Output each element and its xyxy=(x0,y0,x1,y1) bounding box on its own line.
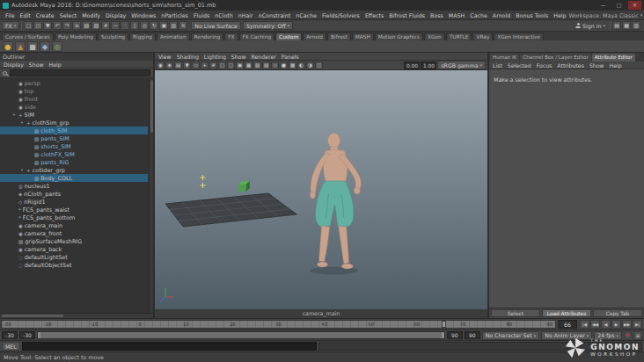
collider_grp[interactable]: ▾ + collider_grp xyxy=(0,166,148,174)
textured-icon[interactable]: ▩ xyxy=(289,62,296,69)
playback-start-field[interactable]: -30 xyxy=(19,331,35,339)
attribute-editor-menu-item[interactable]: Attributes xyxy=(557,62,584,69)
menu-item[interactable]: Boss xyxy=(428,12,446,18)
shelf-tab[interactable]: Poly Modeling xyxy=(55,33,97,40)
side[interactable]: ◉ side xyxy=(0,103,148,111)
film-gate-icon[interactable]: ▢ xyxy=(218,62,226,69)
green-cube[interactable] xyxy=(238,181,250,192)
shadows-icon[interactable]: ◑ xyxy=(306,62,314,69)
menu-item[interactable]: nCache xyxy=(293,12,319,18)
shelf-tab[interactable]: Custom xyxy=(275,33,302,40)
outliner-menu-item[interactable]: Show xyxy=(29,62,44,68)
menu-item[interactable]: Modify xyxy=(79,12,103,18)
menu-item[interactable]: File xyxy=(3,12,18,18)
outliner-menu-item[interactable]: Help xyxy=(49,62,62,68)
step-forward-key-button[interactable]: ▶▶ xyxy=(622,320,632,329)
gamma-field[interactable]: 1.00 xyxy=(421,62,436,69)
clothFX_SIM[interactable]: ▧ clothFX_SIM xyxy=(0,150,148,158)
menu-item[interactable]: Windows xyxy=(128,12,158,18)
menu-item[interactable]: nConstraint xyxy=(256,12,294,18)
attribute-editor-menu-item[interactable]: Selected xyxy=(508,62,531,69)
mel-command-input[interactable] xyxy=(22,342,317,351)
expand-arrow-icon[interactable]: ▾ xyxy=(11,112,17,117)
shelf-tab[interactable]: FX xyxy=(224,33,238,40)
open-scene-icon[interactable]: ◳ xyxy=(33,21,42,30)
lock-camera-icon[interactable]: ◈ xyxy=(165,62,173,69)
play-forward-button[interactable]: ▶ xyxy=(611,320,621,329)
shelf-tab[interactable]: Motion Graphics xyxy=(375,33,423,40)
view-transform-selector[interactable]: sRGB gamma ▾ xyxy=(437,61,486,69)
minimize-button[interactable]: — xyxy=(596,1,610,10)
current-frame-marker[interactable] xyxy=(442,321,446,328)
persp[interactable]: ◉ persp xyxy=(0,79,148,87)
shelf-tab[interactable]: Rendering xyxy=(191,33,224,40)
grid-icon[interactable]: # xyxy=(209,62,217,69)
shelf-tab[interactable]: VRay xyxy=(472,33,493,40)
close-button[interactable]: ✕ xyxy=(628,1,641,10)
menu-item[interactable]: nParticles xyxy=(158,12,191,18)
pants_RIG[interactable]: ▧ pants_RIG xyxy=(0,158,148,166)
outliner-menu-item[interactable]: Display xyxy=(4,62,24,68)
make-live-icon[interactable]: ◎ xyxy=(140,21,149,30)
render-frame-icon[interactable]: ▣ xyxy=(159,21,168,30)
resolution-gate-icon[interactable]: ◻ xyxy=(227,62,235,69)
pants_SIM[interactable]: ▧ pants_SIM xyxy=(0,134,148,142)
image-plane-icon[interactable]: ▭ xyxy=(192,62,200,69)
ipr-render-icon[interactable]: ▥ xyxy=(169,21,178,30)
live-surface-selector[interactable]: No Live Surface xyxy=(191,21,241,30)
shelf-cone-icon[interactable]: ▲ xyxy=(15,41,26,52)
safe-title-icon[interactable]: ▨ xyxy=(262,62,270,69)
shelf-cube-icon[interactable]: ■ xyxy=(27,41,38,52)
animation-end-field[interactable]: 90 xyxy=(465,331,480,339)
fps-selector[interactable]: 24 fps ▾ xyxy=(594,331,622,340)
viewport-menu-item[interactable]: Renderer xyxy=(252,54,276,60)
top[interactable]: ◉ top xyxy=(0,87,148,95)
nucleus1[interactable]: ◎ nucleus1 xyxy=(0,182,148,190)
attribute-editor-tab[interactable]: Human IK xyxy=(490,54,519,62)
step-back-key-button[interactable]: ◀◀ xyxy=(590,320,600,329)
snap-to-plane-icon[interactable]: ◊ xyxy=(130,21,139,30)
select-by-hierarchy-icon[interactable]: ≡ xyxy=(72,21,81,30)
load-attributes-button[interactable]: Load Attributes xyxy=(542,309,591,317)
channel-box-toggle-icon[interactable]: ▥ xyxy=(632,21,640,30)
character-model[interactable] xyxy=(310,134,361,270)
scrollbar-thumb[interactable] xyxy=(150,80,153,133)
scrollbar-thumb[interactable] xyxy=(2,315,63,317)
select-camera-icon[interactable]: ◉ xyxy=(157,62,165,69)
select-by-component-icon[interactable]: ▨ xyxy=(91,21,100,30)
attribute-editor-toggle-icon[interactable]: ▤ xyxy=(612,21,621,30)
shelf-tab[interactable]: MASH xyxy=(352,33,374,40)
go-to-end-button[interactable]: ▶| xyxy=(633,320,642,329)
attribute-editor-tab[interactable]: Channel Box / Layer Editor xyxy=(520,54,591,62)
play-backward-button[interactable]: ◀ xyxy=(601,320,611,329)
shelf-sphere-icon[interactable]: ● xyxy=(3,41,13,52)
maximize-button[interactable]: ▢ xyxy=(612,1,626,10)
smooth-shade-icon[interactable]: ● xyxy=(280,62,288,69)
save-scene-icon[interactable]: ▼ xyxy=(43,21,52,30)
attribute-editor-menu-item[interactable]: Show xyxy=(589,62,604,69)
viewport[interactable] xyxy=(155,70,487,309)
nCloth_pants[interactable]: ◈ nCloth_pants xyxy=(0,190,148,198)
outliner-vertical-scrollbar[interactable] xyxy=(149,78,153,313)
defaultObjectSet[interactable]: ◌ defaultObjectSet xyxy=(0,261,148,269)
defaultLightSet[interactable]: ◌ defaultLightSet xyxy=(0,253,148,261)
animation-start-field[interactable]: -30 xyxy=(2,331,18,339)
shelf-tab[interactable]: Curves / Surfaces xyxy=(2,33,54,40)
expand-arrow-icon[interactable]: ▾ xyxy=(19,168,25,172)
exposure-field[interactable]: 0.00 xyxy=(404,62,420,69)
camera_front[interactable]: ◉ camera_front xyxy=(0,229,148,237)
shelf-torus-icon[interactable]: ◎ xyxy=(52,41,62,52)
shelf-tab[interactable]: XGen Interactive xyxy=(494,33,544,40)
shelf-tab[interactable]: Animation xyxy=(157,33,190,40)
menu-item[interactable]: Select xyxy=(57,12,79,18)
viewport-menu-item[interactable]: Lighting xyxy=(204,54,226,60)
attribute-editor-tab[interactable]: Attribute Editor xyxy=(592,54,635,62)
gate-mask-icon[interactable]: ▣ xyxy=(236,62,244,69)
constraint-markers[interactable] xyxy=(200,175,205,188)
shelf-tab[interactable]: Sculpting xyxy=(98,33,128,40)
snap-to-point-icon[interactable]: · xyxy=(121,21,129,30)
current-frame-field[interactable]: 66 xyxy=(558,320,577,329)
menu-item[interactable]: Fields/Solvers xyxy=(319,12,362,18)
menu-item[interactable]: Fluids xyxy=(191,12,212,18)
animation-preferences-icon[interactable]: ≡ xyxy=(633,331,642,340)
